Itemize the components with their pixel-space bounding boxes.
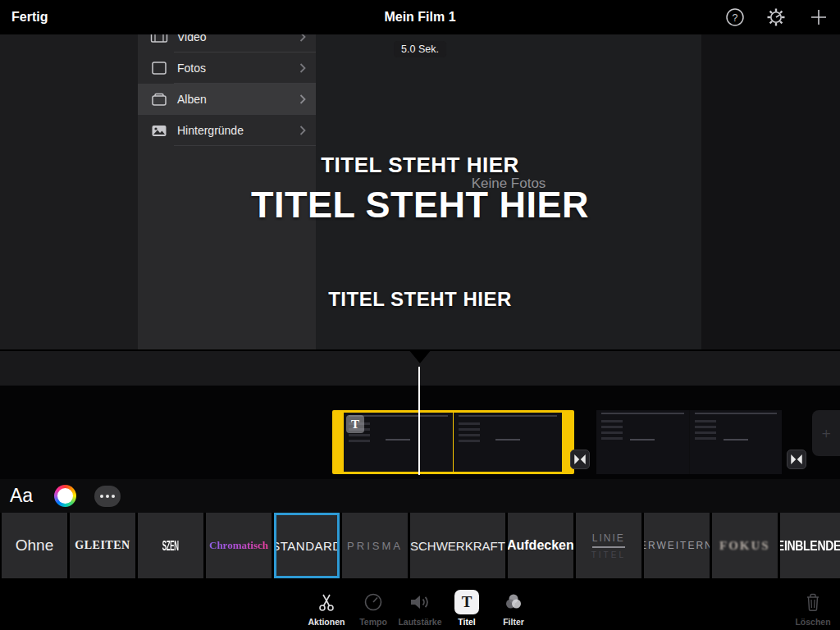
media-list: Video Fotos Alben	[138, 34, 316, 146]
transition-button[interactable]	[570, 450, 590, 469]
ellipsis-icon	[100, 495, 103, 498]
media-item-label: Hintergründe	[177, 124, 244, 137]
actions-button[interactable]: Aktionen	[304, 590, 349, 627]
playhead-notch	[409, 349, 431, 363]
color-picker-button[interactable]	[54, 485, 76, 507]
color-wheel-icon	[57, 488, 73, 504]
backgrounds-icon	[149, 121, 169, 140]
project-title: Mein Film 1	[0, 0, 840, 34]
media-item-label: Video	[177, 34, 207, 43]
title-style-prisma[interactable]: PRISMA	[342, 513, 408, 578]
clip-thumbnail-frame	[596, 410, 689, 474]
title-overlay-main[interactable]: TITEL STEHT HIER	[0, 184, 840, 226]
title-style-einblenden[interactable]: EINBLENDEN	[780, 513, 840, 578]
more-options-button[interactable]	[94, 486, 121, 507]
text-options-bar: Aa	[0, 479, 840, 513]
clip-duration-badge: 5.0 Sek.	[394, 41, 446, 57]
title-style-ohne[interactable]: Ohne	[2, 513, 67, 578]
svg-text:?: ?	[733, 12, 738, 24]
chevron-right-icon	[299, 126, 306, 136]
clip-thumbnail-frame	[690, 410, 783, 474]
transition-icon	[789, 452, 804, 467]
title-style-schwerkraft[interactable]: SCHWERKRAFT	[410, 513, 505, 578]
timeline: T ＋	[0, 386, 840, 479]
title-style-erweitern[interactable]: ERWEITERN	[644, 513, 710, 578]
scissors-icon	[316, 591, 337, 613]
clip-tools: Aktionen Tempo Lautstärke T	[0, 590, 840, 627]
viewer-stage: Video Fotos Alben	[0, 34, 840, 349]
title-style-standard[interactable]: STANDARD	[274, 513, 340, 578]
help-button[interactable]: ?	[719, 0, 751, 34]
trash-icon	[803, 591, 823, 613]
media-item-label: Alben	[177, 93, 207, 106]
speedometer-icon	[363, 591, 384, 613]
title-style-szene[interactable]: SZEN	[138, 513, 203, 578]
speed-button[interactable]: Tempo	[350, 590, 396, 627]
album-icon	[149, 89, 169, 109]
title-style-chromatisch[interactable]: Chromatisch	[206, 513, 272, 578]
media-item-hintergruende[interactable]: Hintergründe	[138, 115, 316, 146]
titles-button[interactable]: T Titel	[444, 590, 490, 627]
top-bar: Fertig Mein Film 1 ?	[0, 0, 840, 34]
timeline-clip[interactable]	[596, 410, 782, 474]
playhead-line[interactable]	[418, 367, 420, 475]
settings-button[interactable]	[760, 0, 792, 34]
gear-icon	[765, 7, 787, 28]
delete-button[interactable]: Löschen	[788, 590, 838, 627]
title-style-fokus[interactable]: FOKUS	[712, 513, 778, 578]
title-style-gleiten[interactable]: GLEITEN	[70, 513, 135, 578]
volume-button[interactable]: Lautstärke	[397, 590, 443, 627]
title-overlay-top: TITEL STEHT HIER	[0, 153, 840, 178]
title-clip-badge: T	[346, 415, 364, 433]
title-overlay-bottom: TITEL STEHT HIER	[0, 288, 840, 311]
speaker-icon	[409, 591, 431, 613]
media-item-fotos[interactable]: Fotos	[138, 52, 316, 84]
help-icon: ?	[725, 7, 745, 27]
title-style-aufdecken[interactable]: Aufdecken	[508, 513, 573, 578]
font-button[interactable]: Aa	[10, 485, 33, 507]
selected-title-clip[interactable]: T	[332, 410, 574, 474]
transition-button[interactable]	[787, 450, 806, 469]
plus-icon	[809, 7, 829, 27]
transition-icon	[573, 452, 587, 467]
title-style-strip: Ohne GLEITEN SZEN Chromatisch STANDARD P…	[0, 513, 840, 578]
filter-icon	[502, 591, 525, 613]
media-item-alben[interactable]: Alben	[138, 84, 316, 115]
chevron-right-icon	[299, 34, 306, 43]
chevron-right-icon	[299, 94, 306, 105]
chevron-right-icon	[299, 63, 306, 74]
titles-icon: T	[454, 590, 479, 614]
video-icon	[149, 34, 169, 47]
photo-icon	[149, 58, 169, 78]
filter-button[interactable]: Filter	[491, 590, 536, 627]
media-item-video[interactable]: Video	[138, 34, 316, 52]
media-item-label: Fotos	[177, 62, 206, 75]
title-style-linie[interactable]: LINIE TITEL	[576, 513, 641, 578]
timeline-end-well: ＋	[812, 410, 840, 456]
add-media-button[interactable]	[802, 0, 835, 34]
bottom-toolbar: Aktionen Tempo Lautstärke T	[0, 578, 840, 630]
clip-thumbnail-frame	[454, 413, 563, 472]
